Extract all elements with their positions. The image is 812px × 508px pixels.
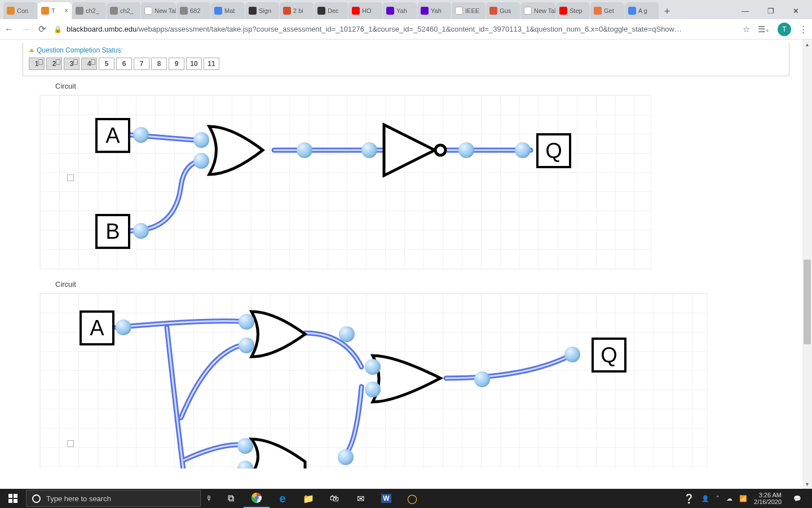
search-placeholder: Type here to search xyxy=(46,494,111,503)
circuit-diagram-2: A Q xyxy=(39,293,708,468)
scroll-down-arrow[interactable]: ▾ xyxy=(802,479,812,489)
tab-label: Gus xyxy=(500,7,511,14)
svg-rect-4 xyxy=(14,499,17,503)
browser-tab[interactable]: New Tab xyxy=(141,2,176,19)
people-icon[interactable]: 👤 xyxy=(701,495,709,502)
page-content: Question Completion Status: 123456789101… xyxy=(0,40,812,468)
input-a-2: A xyxy=(80,310,114,345)
nav-forward[interactable]: → xyxy=(21,24,30,34)
window-close[interactable]: ✕ xyxy=(783,2,809,19)
edge-icon[interactable]: e xyxy=(270,489,295,508)
tab-label: New Tab xyxy=(155,7,176,14)
task-view-icon[interactable]: ⧉ xyxy=(218,489,244,508)
lock-icon: 🔒 xyxy=(54,25,62,33)
browser-tab[interactable]: ch2_ xyxy=(107,2,140,19)
close-icon[interactable]: × xyxy=(64,7,68,15)
window-minimize[interactable]: — xyxy=(732,2,758,19)
tab-label: New Tab xyxy=(534,7,555,14)
question-status-label: Question Completion Status: xyxy=(29,46,783,54)
browser-tab[interactable]: Con xyxy=(3,2,37,19)
windows-taskbar: Type here to search 🎙 ⧉ e 📁 🛍 ✉ W ◯ ❔ 👤 … xyxy=(0,489,812,508)
tab-label: Sign xyxy=(259,7,271,14)
start-button[interactable] xyxy=(0,489,26,508)
question-number[interactable]: 3 xyxy=(64,58,80,70)
browser-tab[interactable]: 682 xyxy=(176,2,210,19)
action-center-icon[interactable]: 💬 xyxy=(788,495,806,502)
tab-label: Yah xyxy=(431,7,442,14)
question-numbers: 1234567891011 xyxy=(29,58,783,70)
help-icon[interactable]: ❔ xyxy=(683,493,695,504)
browser-tab[interactable]: 2 bi xyxy=(280,2,314,19)
question-number[interactable]: 11 xyxy=(204,58,219,70)
browser-tabstrip: ConT×ch2_ch2_New Tab682MatSign2 biDecHOY… xyxy=(0,0,812,19)
microphone-icon[interactable]: 🎙 xyxy=(201,494,218,502)
question-number[interactable]: 5 xyxy=(99,58,114,70)
taskbar-search[interactable]: Type here to search xyxy=(26,490,201,507)
window-maximize[interactable]: ❐ xyxy=(758,2,783,19)
browser-tab[interactable]: Get xyxy=(590,2,624,19)
onedrive-icon[interactable]: ☁ xyxy=(726,495,732,502)
input-a: A xyxy=(95,118,130,153)
svg-rect-3 xyxy=(8,499,12,503)
question-number[interactable]: 1 xyxy=(29,58,45,70)
svg-rect-2 xyxy=(14,494,17,498)
taskbar-clock[interactable]: 3:26 AM 2/16/2020 xyxy=(754,492,782,505)
reading-list-icon[interactable]: ☰₊ xyxy=(758,24,770,34)
browser-tab[interactable]: A g xyxy=(625,2,659,19)
tray-expand-icon[interactable]: ˄ xyxy=(716,495,720,502)
browser-tab[interactable]: Mat xyxy=(211,2,245,19)
tab-label: Dec xyxy=(328,7,339,14)
mail-icon[interactable]: ✉ xyxy=(347,489,373,508)
scroll-thumb[interactable] xyxy=(804,260,811,344)
system-tray: ❔ 👤 ˄ ☁ 📶 3:26 AM 2/16/2020 💬 xyxy=(678,492,812,505)
profile-avatar[interactable]: T xyxy=(778,23,791,36)
browser-tab[interactable]: Yah xyxy=(383,2,417,19)
new-tab-button[interactable]: + xyxy=(659,3,675,19)
output-q-2: Q xyxy=(592,338,626,373)
browser-tab[interactable]: Yah xyxy=(417,2,451,19)
question-number[interactable]: 8 xyxy=(151,58,167,70)
browser-tab[interactable]: Sign xyxy=(245,2,279,19)
store-icon[interactable]: 🛍 xyxy=(321,489,347,508)
chrome-menu-icon[interactable]: ⋮ xyxy=(799,24,807,34)
page-scrollbar[interactable]: ▴ ▾ xyxy=(802,40,812,489)
url-host: blackboard.umbc.edu xyxy=(67,25,136,33)
star-icon[interactable]: ☆ xyxy=(743,24,750,34)
cortana-icon xyxy=(32,494,41,503)
chrome-icon[interactable] xyxy=(244,489,270,508)
browser-tab[interactable]: Step xyxy=(556,2,590,19)
question-number[interactable]: 4 xyxy=(81,58,97,70)
svg-point-0 xyxy=(435,145,445,155)
nav-reload[interactable]: ⟳ xyxy=(38,24,46,34)
question-number[interactable]: 6 xyxy=(116,58,132,70)
tab-label: ch2_ xyxy=(120,7,134,14)
tab-label: HO xyxy=(362,7,372,14)
address-bar: ← → ⟳ 🔒 blackboard.umbc.edu/webapps/asse… xyxy=(0,19,812,40)
tab-label: T xyxy=(51,7,55,14)
browser-tab[interactable]: ch2_ xyxy=(72,2,106,19)
file-explorer-icon[interactable]: 📁 xyxy=(295,489,321,508)
taskbar-apps: ⧉ e 📁 🛍 ✉ W ◯ xyxy=(218,489,425,508)
tab-label: Get xyxy=(604,7,614,14)
question-number[interactable]: 2 xyxy=(46,58,62,70)
question-number[interactable]: 7 xyxy=(134,58,149,70)
tab-label: Yah xyxy=(396,7,407,14)
clock-date: 2/16/2020 xyxy=(754,498,782,505)
wifi-icon[interactable]: 📶 xyxy=(739,495,747,502)
nav-back[interactable]: ← xyxy=(5,24,14,34)
word-icon[interactable]: W xyxy=(373,489,399,508)
question-number[interactable]: 9 xyxy=(169,58,184,70)
question-number[interactable]: 10 xyxy=(186,58,202,70)
browser-tab[interactable]: New Tab xyxy=(520,2,555,19)
browser-tab[interactable]: Dec xyxy=(314,2,348,19)
browser-tab[interactable]: T× xyxy=(38,2,72,19)
scroll-up-arrow[interactable]: ▴ xyxy=(802,40,812,49)
url-box[interactable]: 🔒 blackboard.umbc.edu/webapps/assessment… xyxy=(54,25,735,33)
browser-tab[interactable]: Gus xyxy=(486,2,520,19)
browser-tab[interactable]: HO xyxy=(348,2,382,19)
browser-tab[interactable]: IEEE xyxy=(452,2,486,19)
url-path: /webapps/assessment/take/take.jsp?course… xyxy=(136,25,682,33)
norton-icon[interactable]: ◯ xyxy=(399,489,425,508)
clock-time: 3:26 AM xyxy=(754,492,782,498)
tab-label: ch2_ xyxy=(86,7,99,14)
